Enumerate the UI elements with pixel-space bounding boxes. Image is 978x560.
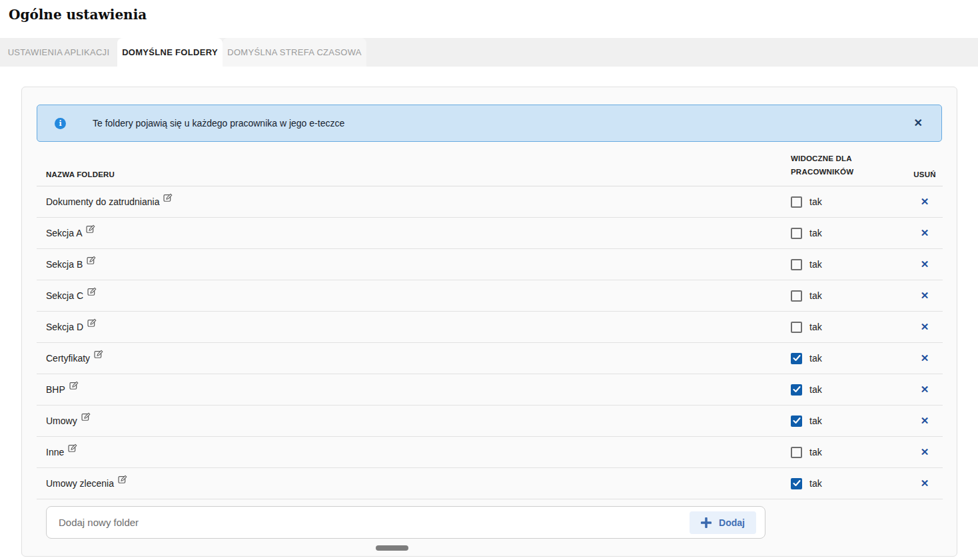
- tab-ustawienia-aplikacji[interactable]: USTAWIENIA APLIKACJI: [0, 38, 117, 67]
- folder-name: Certyfikaty: [46, 353, 90, 364]
- visible-checkbox[interactable]: [791, 228, 802, 239]
- tab-domyslne-foldery[interactable]: DOMYŚLNE FOLDERY: [117, 38, 223, 67]
- add-button-label: Dodaj: [719, 517, 745, 528]
- edit-icon[interactable]: [87, 318, 97, 328]
- table-row: Sekcja D: [37, 312, 943, 343]
- table-header: NAZWA FOLDERU WIDOCZNE DLA PRACOWNIKÓW U…: [37, 142, 943, 186]
- folder-name: Sekcja D: [46, 322, 83, 332]
- delete-icon[interactable]: ✕: [921, 477, 929, 489]
- folder-name: Dokumenty do zatrudniania: [46, 196, 159, 207]
- visible-checkbox[interactable]: [791, 384, 802, 396]
- edit-icon[interactable]: [118, 475, 127, 484]
- folder-name: Sekcja B: [46, 259, 83, 270]
- edit-icon[interactable]: [87, 256, 96, 265]
- add-folder-row: Dodaj: [46, 506, 765, 539]
- delete-icon[interactable]: ✕: [921, 258, 929, 270]
- edit-icon[interactable]: [68, 443, 77, 453]
- folder-name: Umowy: [46, 416, 77, 426]
- header-visible-for-employees: WIDOCZNE DLA PRACOWNIKÓW: [791, 152, 907, 178]
- plus-icon: [701, 517, 712, 528]
- visible-checkbox[interactable]: [791, 447, 802, 458]
- edit-icon[interactable]: [94, 350, 103, 359]
- folder-name: BHP: [46, 384, 65, 395]
- new-folder-input[interactable]: [47, 507, 690, 538]
- info-icon: i: [55, 118, 66, 129]
- visible-checkbox[interactable]: [791, 259, 802, 270]
- table-row: Umowy zlecenia: [37, 468, 943, 499]
- folder-name: Sekcja A: [46, 228, 82, 238]
- checkbox-label: tak: [809, 290, 822, 301]
- table-row: Dokumenty do zatrudniania: [37, 186, 943, 218]
- default-folders-card: i Te foldery pojawią się u każdego praco…: [21, 87, 957, 557]
- info-banner: i Te foldery pojawią się u każdego praco…: [37, 105, 942, 142]
- tab-content: i Te foldery pojawią się u każdego praco…: [0, 67, 978, 557]
- checkbox-label: tak: [809, 228, 822, 238]
- checkbox-label: tak: [809, 447, 822, 457]
- visible-checkbox[interactable]: [791, 290, 802, 302]
- folder-name: Inne: [46, 447, 64, 457]
- visible-checkbox[interactable]: [791, 322, 802, 333]
- visible-checkbox[interactable]: [791, 196, 802, 208]
- delete-icon[interactable]: ✕: [921, 384, 929, 395]
- visible-checkbox[interactable]: [791, 353, 802, 364]
- delete-icon[interactable]: ✕: [921, 227, 929, 238]
- header-folder-name: NAZWA FOLDERU: [37, 170, 791, 178]
- table-body: Dokumenty do zatrudniania: [37, 186, 943, 499]
- folders-table: NAZWA FOLDERU WIDOCZNE DLA PRACOWNIKÓW U…: [37, 142, 943, 539]
- checkbox-label: tak: [809, 384, 822, 395]
- table-row: Certyfikaty: [37, 343, 943, 374]
- add-folder-button[interactable]: Dodaj: [690, 511, 756, 534]
- tab-bar: USTAWIENIA APLIKACJI DOMYŚLNE FOLDERY DO…: [0, 38, 978, 67]
- tab-domyslna-strefa-czasowa[interactable]: DOMYŚLNA STREFA CZASOWA: [223, 38, 366, 67]
- checkbox-label: tak: [809, 478, 822, 489]
- settings-page: Ogólne ustawienia USTAWIENIA APLIKACJI D…: [0, 0, 978, 557]
- visible-checkbox[interactable]: [791, 478, 802, 489]
- horizontal-scrollbar-thumb[interactable]: [376, 545, 408, 551]
- checkbox-label: tak: [809, 416, 822, 426]
- checkbox-label: tak: [809, 322, 822, 332]
- delete-icon[interactable]: ✕: [921, 415, 929, 426]
- checkbox-label: tak: [809, 196, 822, 207]
- banner-text: Te foldery pojawią się u każdego pracown…: [93, 118, 344, 129]
- folder-name: Umowy zlecenia: [46, 478, 114, 489]
- close-icon[interactable]: ✕: [914, 118, 923, 129]
- delete-icon[interactable]: ✕: [921, 446, 929, 457]
- header-delete: USUŃ: [907, 170, 943, 178]
- checkbox-label: tak: [809, 259, 822, 270]
- delete-icon[interactable]: ✕: [921, 352, 929, 364]
- edit-icon[interactable]: [81, 412, 91, 421]
- delete-icon[interactable]: ✕: [921, 321, 929, 332]
- checkbox-label: tak: [809, 353, 822, 364]
- edit-icon[interactable]: [163, 193, 173, 202]
- folder-name: Sekcja C: [46, 290, 83, 301]
- table-row: Sekcja A: [37, 218, 943, 249]
- table-row: Inne: [37, 437, 943, 468]
- table-row: Sekcja B: [37, 249, 943, 280]
- delete-icon[interactable]: ✕: [921, 290, 929, 301]
- delete-icon[interactable]: ✕: [921, 196, 929, 207]
- table-row: BHP: [37, 374, 943, 406]
- edit-icon[interactable]: [86, 224, 95, 234]
- page-title: Ogólne ustawienia: [0, 0, 978, 23]
- table-row: Umowy: [37, 406, 943, 437]
- visible-checkbox[interactable]: [791, 416, 802, 427]
- edit-icon[interactable]: [87, 287, 97, 296]
- edit-icon[interactable]: [69, 381, 79, 390]
- table-row: Sekcja C: [37, 280, 943, 312]
